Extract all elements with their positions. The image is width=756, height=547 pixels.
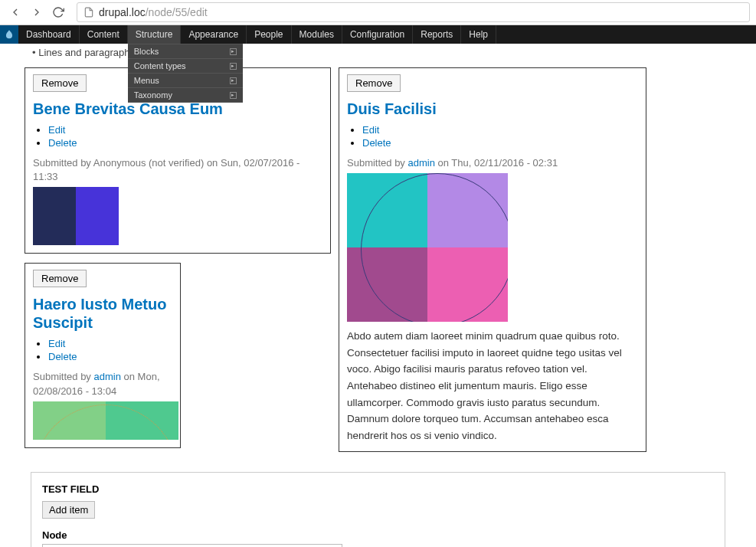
format-hint: Lines and paragraphs break automatically… (0, 44, 756, 61)
delete-link[interactable]: Delete (48, 351, 77, 362)
url-text: drupal.loc/node/55/edit (99, 6, 208, 18)
referenced-nodes: Remove Bene Brevitas Causa Eum Edit Dele… (0, 61, 756, 461)
byline: Submitted by admin on Thu, 02/11/2016 - … (347, 156, 638, 170)
admin-menu-appearance[interactable]: Appearance (181, 25, 247, 44)
node-card: Remove Haero Iusto Metuo Suscipit Edit D… (25, 263, 181, 447)
node-card: Remove Duis Facilisi Edit Delete Submitt… (339, 67, 646, 452)
admin-menu-modules[interactable]: Modules (292, 25, 342, 44)
admin-menu-dashboard[interactable]: Dashboard (18, 25, 80, 44)
back-button[interactable] (6, 3, 25, 21)
remove-button[interactable]: Remove (33, 74, 87, 92)
chevron-right-icon: ▸ (230, 48, 237, 55)
byline: Submitted by Anonymous (not verified) on… (33, 156, 322, 184)
admin-toolbar: Dashboard Content Structure Blocks▸ Cont… (0, 25, 756, 44)
edit-link[interactable]: Edit (48, 124, 65, 136)
remove-button[interactable]: Remove (347, 74, 401, 92)
user-link[interactable]: admin (94, 371, 121, 382)
node-image (347, 173, 508, 322)
node-title-link[interactable]: Duis Facilisi (347, 100, 638, 118)
submenu-taxonomy[interactable]: Taxonomy▸ (128, 88, 243, 103)
chevron-right-icon: ▸ (230, 92, 237, 99)
node-image (33, 401, 178, 440)
reload-button[interactable] (49, 3, 67, 21)
add-item-button[interactable]: Add item (42, 501, 95, 519)
remove-button[interactable]: Remove (33, 270, 87, 287)
submenu-content-types[interactable]: Content types▸ (128, 59, 243, 74)
address-bar[interactable]: drupal.loc/node/55/edit (77, 2, 750, 22)
admin-menu-people[interactable]: People (247, 25, 291, 44)
byline: Submitted by admin on Mon, 02/08/2016 - … (33, 370, 172, 398)
user-link[interactable]: admin (408, 157, 435, 169)
admin-menu-reports[interactable]: Reports (413, 25, 461, 44)
edit-link[interactable]: Edit (362, 124, 379, 136)
submenu-blocks[interactable]: Blocks▸ (128, 44, 243, 59)
drupal-logo-icon[interactable] (0, 25, 18, 44)
delete-link[interactable]: Delete (48, 137, 77, 149)
page-icon (83, 7, 94, 18)
chevron-right-icon: ▸ (230, 63, 237, 70)
page-content: Lines and paragraphs break automatically… (0, 44, 756, 547)
admin-menu-content[interactable]: Content (80, 25, 128, 44)
admin-menu-help[interactable]: Help (461, 25, 496, 44)
node-title-link[interactable]: Haero Iusto Metuo Suscipit (33, 295, 172, 332)
node-label: Node (42, 529, 714, 541)
field-label: TEST FIELD (42, 483, 714, 495)
node-image (33, 187, 119, 245)
node-body: Abdo autem diam laoreet minim quadrum qu… (347, 328, 638, 444)
structure-submenu: Blocks▸ Content types▸ Menus▸ Taxonomy▸ (128, 44, 243, 103)
edit-link[interactable]: Edit (48, 338, 65, 349)
delete-link[interactable]: Delete (362, 137, 391, 149)
node-autocomplete-input[interactable] (42, 544, 342, 547)
admin-menu-configuration[interactable]: Configuration (342, 25, 413, 44)
chevron-right-icon: ▸ (230, 77, 237, 84)
admin-menu-structure[interactable]: Structure Blocks▸ Content types▸ Menus▸ … (128, 25, 182, 44)
forward-button[interactable] (28, 3, 46, 21)
browser-toolbar: drupal.loc/node/55/edit (0, 0, 756, 25)
test-field-wrapper: TEST FIELD Add item Node (31, 472, 725, 547)
submenu-menus[interactable]: Menus▸ (128, 74, 243, 88)
